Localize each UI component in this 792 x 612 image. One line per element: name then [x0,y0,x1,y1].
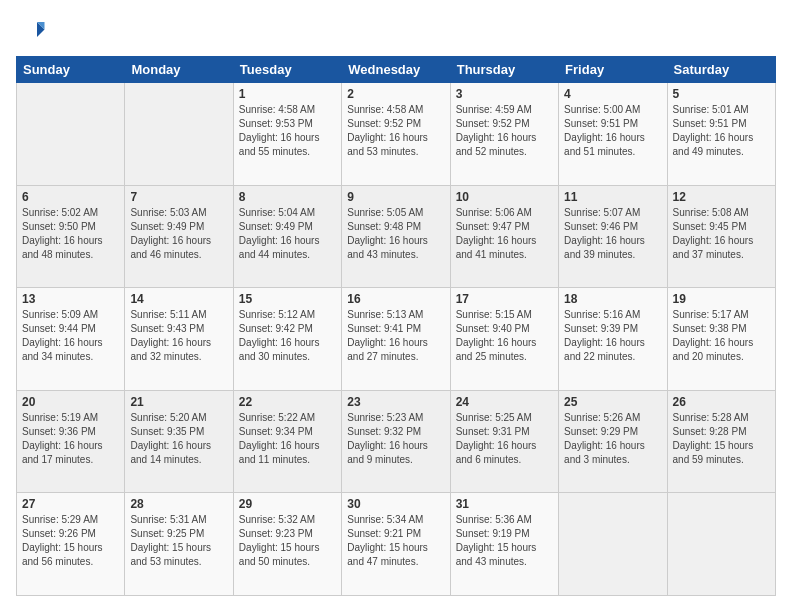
day-number: 14 [130,292,227,306]
calendar-cell: 26Sunrise: 5:28 AM Sunset: 9:28 PM Dayli… [667,390,775,493]
day-detail: Sunrise: 5:17 AM Sunset: 9:38 PM Dayligh… [673,308,770,364]
day-detail: Sunrise: 5:16 AM Sunset: 9:39 PM Dayligh… [564,308,661,364]
calendar-cell: 31Sunrise: 5:36 AM Sunset: 9:19 PM Dayli… [450,493,558,596]
weekday-header-tuesday: Tuesday [233,57,341,83]
calendar-table: SundayMondayTuesdayWednesdayThursdayFrid… [16,56,776,596]
day-detail: Sunrise: 5:02 AM Sunset: 9:50 PM Dayligh… [22,206,119,262]
calendar-cell: 13Sunrise: 5:09 AM Sunset: 9:44 PM Dayli… [17,288,125,391]
day-number: 18 [564,292,661,306]
day-detail: Sunrise: 5:08 AM Sunset: 9:45 PM Dayligh… [673,206,770,262]
calendar-cell [559,493,667,596]
day-detail: Sunrise: 5:01 AM Sunset: 9:51 PM Dayligh… [673,103,770,159]
page: SundayMondayTuesdayWednesdayThursdayFrid… [0,0,792,612]
day-detail: Sunrise: 5:09 AM Sunset: 9:44 PM Dayligh… [22,308,119,364]
logo-icon [16,16,46,46]
calendar-cell: 15Sunrise: 5:12 AM Sunset: 9:42 PM Dayli… [233,288,341,391]
calendar-cell: 16Sunrise: 5:13 AM Sunset: 9:41 PM Dayli… [342,288,450,391]
day-number: 16 [347,292,444,306]
calendar-week-row: 20Sunrise: 5:19 AM Sunset: 9:36 PM Dayli… [17,390,776,493]
calendar-cell: 28Sunrise: 5:31 AM Sunset: 9:25 PM Dayli… [125,493,233,596]
calendar-cell: 18Sunrise: 5:16 AM Sunset: 9:39 PM Dayli… [559,288,667,391]
day-number: 13 [22,292,119,306]
day-number: 10 [456,190,553,204]
day-detail: Sunrise: 5:31 AM Sunset: 9:25 PM Dayligh… [130,513,227,569]
calendar-cell: 17Sunrise: 5:15 AM Sunset: 9:40 PM Dayli… [450,288,558,391]
day-detail: Sunrise: 5:25 AM Sunset: 9:31 PM Dayligh… [456,411,553,467]
weekday-header-sunday: Sunday [17,57,125,83]
day-number: 8 [239,190,336,204]
logo [16,16,50,46]
day-number: 4 [564,87,661,101]
day-number: 1 [239,87,336,101]
day-number: 6 [22,190,119,204]
calendar-cell: 21Sunrise: 5:20 AM Sunset: 9:35 PM Dayli… [125,390,233,493]
calendar-week-row: 1Sunrise: 4:58 AM Sunset: 9:53 PM Daylig… [17,83,776,186]
day-number: 12 [673,190,770,204]
calendar-cell [125,83,233,186]
day-number: 24 [456,395,553,409]
day-number: 7 [130,190,227,204]
day-detail: Sunrise: 5:05 AM Sunset: 9:48 PM Dayligh… [347,206,444,262]
weekday-header-friday: Friday [559,57,667,83]
day-detail: Sunrise: 5:34 AM Sunset: 9:21 PM Dayligh… [347,513,444,569]
calendar-cell [17,83,125,186]
day-number: 27 [22,497,119,511]
day-number: 20 [22,395,119,409]
calendar-cell: 20Sunrise: 5:19 AM Sunset: 9:36 PM Dayli… [17,390,125,493]
day-number: 23 [347,395,444,409]
calendar-cell: 19Sunrise: 5:17 AM Sunset: 9:38 PM Dayli… [667,288,775,391]
calendar-cell: 7Sunrise: 5:03 AM Sunset: 9:49 PM Daylig… [125,185,233,288]
calendar-cell: 24Sunrise: 5:25 AM Sunset: 9:31 PM Dayli… [450,390,558,493]
day-detail: Sunrise: 5:20 AM Sunset: 9:35 PM Dayligh… [130,411,227,467]
day-detail: Sunrise: 5:26 AM Sunset: 9:29 PM Dayligh… [564,411,661,467]
day-number: 9 [347,190,444,204]
weekday-header-wednesday: Wednesday [342,57,450,83]
day-number: 26 [673,395,770,409]
calendar-cell: 4Sunrise: 5:00 AM Sunset: 9:51 PM Daylig… [559,83,667,186]
calendar-cell: 3Sunrise: 4:59 AM Sunset: 9:52 PM Daylig… [450,83,558,186]
day-detail: Sunrise: 5:19 AM Sunset: 9:36 PM Dayligh… [22,411,119,467]
day-detail: Sunrise: 5:29 AM Sunset: 9:26 PM Dayligh… [22,513,119,569]
day-number: 19 [673,292,770,306]
day-number: 2 [347,87,444,101]
day-detail: Sunrise: 5:22 AM Sunset: 9:34 PM Dayligh… [239,411,336,467]
day-detail: Sunrise: 4:58 AM Sunset: 9:53 PM Dayligh… [239,103,336,159]
day-detail: Sunrise: 5:32 AM Sunset: 9:23 PM Dayligh… [239,513,336,569]
day-number: 22 [239,395,336,409]
calendar-cell: 10Sunrise: 5:06 AM Sunset: 9:47 PM Dayli… [450,185,558,288]
calendar-week-row: 13Sunrise: 5:09 AM Sunset: 9:44 PM Dayli… [17,288,776,391]
day-detail: Sunrise: 5:15 AM Sunset: 9:40 PM Dayligh… [456,308,553,364]
calendar-cell: 30Sunrise: 5:34 AM Sunset: 9:21 PM Dayli… [342,493,450,596]
day-number: 30 [347,497,444,511]
calendar-week-row: 27Sunrise: 5:29 AM Sunset: 9:26 PM Dayli… [17,493,776,596]
calendar-cell: 8Sunrise: 5:04 AM Sunset: 9:49 PM Daylig… [233,185,341,288]
day-number: 17 [456,292,553,306]
day-number: 5 [673,87,770,101]
day-detail: Sunrise: 5:11 AM Sunset: 9:43 PM Dayligh… [130,308,227,364]
calendar-cell: 22Sunrise: 5:22 AM Sunset: 9:34 PM Dayli… [233,390,341,493]
day-detail: Sunrise: 5:07 AM Sunset: 9:46 PM Dayligh… [564,206,661,262]
calendar-week-row: 6Sunrise: 5:02 AM Sunset: 9:50 PM Daylig… [17,185,776,288]
calendar-cell: 5Sunrise: 5:01 AM Sunset: 9:51 PM Daylig… [667,83,775,186]
day-detail: Sunrise: 5:03 AM Sunset: 9:49 PM Dayligh… [130,206,227,262]
calendar-cell: 29Sunrise: 5:32 AM Sunset: 9:23 PM Dayli… [233,493,341,596]
day-detail: Sunrise: 5:12 AM Sunset: 9:42 PM Dayligh… [239,308,336,364]
day-detail: Sunrise: 4:59 AM Sunset: 9:52 PM Dayligh… [456,103,553,159]
calendar-cell: 27Sunrise: 5:29 AM Sunset: 9:26 PM Dayli… [17,493,125,596]
day-detail: Sunrise: 5:28 AM Sunset: 9:28 PM Dayligh… [673,411,770,467]
header [16,16,776,46]
day-detail: Sunrise: 5:36 AM Sunset: 9:19 PM Dayligh… [456,513,553,569]
day-number: 31 [456,497,553,511]
calendar-cell: 14Sunrise: 5:11 AM Sunset: 9:43 PM Dayli… [125,288,233,391]
day-number: 21 [130,395,227,409]
day-number: 11 [564,190,661,204]
day-detail: Sunrise: 5:06 AM Sunset: 9:47 PM Dayligh… [456,206,553,262]
day-number: 29 [239,497,336,511]
calendar-cell: 11Sunrise: 5:07 AM Sunset: 9:46 PM Dayli… [559,185,667,288]
calendar-cell: 23Sunrise: 5:23 AM Sunset: 9:32 PM Dayli… [342,390,450,493]
calendar-cell: 25Sunrise: 5:26 AM Sunset: 9:29 PM Dayli… [559,390,667,493]
weekday-header-monday: Monday [125,57,233,83]
weekday-header-saturday: Saturday [667,57,775,83]
day-detail: Sunrise: 5:04 AM Sunset: 9:49 PM Dayligh… [239,206,336,262]
calendar-cell: 6Sunrise: 5:02 AM Sunset: 9:50 PM Daylig… [17,185,125,288]
